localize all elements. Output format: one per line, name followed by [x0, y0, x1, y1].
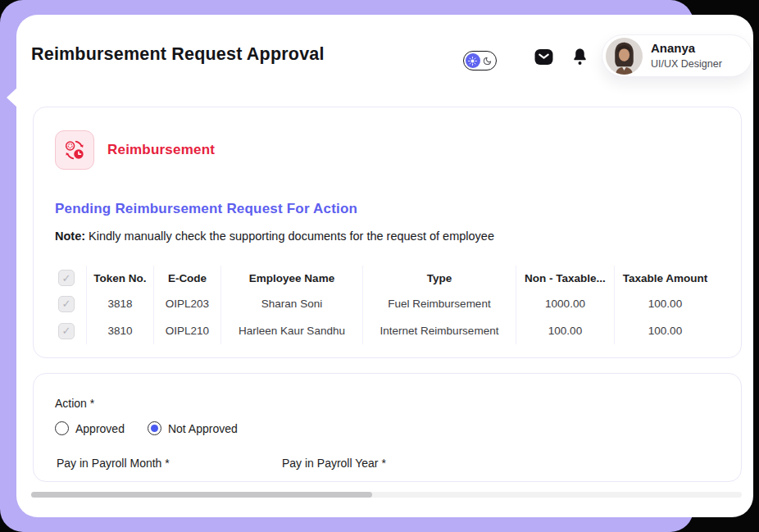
header-checkbox-cell: ✓	[47, 266, 86, 290]
row-checkbox-cell: ✓	[47, 290, 86, 317]
horizontal-scrollbar-thumb[interactable]	[31, 492, 372, 498]
table-body: ✓3818OIPL203Sharan SoniFuel Reimbursemen…	[47, 290, 716, 344]
column-header-token: Token No.	[86, 266, 153, 290]
reimbursement-icon	[55, 130, 94, 170]
module-label: Reimbursement	[107, 142, 215, 158]
main-panel: Reimbursement Request Approval	[16, 15, 753, 517]
user-role: UI/UX Designer	[651, 58, 722, 71]
radio-unselected-icon[interactable]	[55, 421, 69, 435]
user-avatar	[606, 38, 643, 75]
cell-taxable: 100.00	[614, 290, 716, 317]
row-checkbox[interactable]: ✓	[58, 296, 75, 312]
payroll-year-label: Pay in Payroll Year *	[282, 457, 386, 470]
radio-option-label: Not Approved	[168, 422, 238, 435]
table-row[interactable]: ✓3818OIPL203Sharan SoniFuel Reimbursemen…	[47, 290, 716, 317]
radio-option[interactable]: Approved	[55, 421, 125, 435]
cell-ecode: OIPL210	[153, 317, 220, 344]
radio-option-label: Approved	[75, 422, 125, 435]
note-body: Kindly manually check the supporting doc…	[89, 230, 494, 243]
bell-icon[interactable]	[571, 48, 589, 66]
payroll-month-label: Pay in Payroll Month *	[57, 457, 170, 470]
cell-type: Internet Reimbursement	[362, 317, 516, 344]
note-label: Note:	[55, 230, 85, 243]
row-checkbox[interactable]: ✓	[58, 323, 75, 339]
cell-name: Sharan Soni	[220, 290, 362, 317]
sun-icon[interactable]	[466, 53, 480, 68]
section-title: Pending Reimbursement Request For Action	[55, 201, 720, 217]
cell-name: Harleen Kaur Sandhu	[220, 317, 362, 344]
column-header-type: Type	[362, 266, 516, 290]
action-options: ApprovedNot Approved	[55, 421, 741, 435]
moon-icon[interactable]	[482, 57, 493, 66]
column-header-ecode: E-Code	[153, 266, 220, 290]
select-all-checkbox[interactable]: ✓	[58, 270, 75, 286]
action-label: Action *	[55, 397, 741, 410]
panel-tail	[7, 87, 18, 108]
horizontal-scrollbar-track[interactable]	[31, 492, 742, 498]
cell-token: 3818	[86, 290, 153, 317]
cell-type: Fuel Reimbursement	[362, 290, 516, 317]
action-card: Action * ApprovedNot Approved Pay in Pay…	[33, 373, 742, 482]
page-title: Reimbursement Request Approval	[31, 44, 325, 65]
radio-option[interactable]: Not Approved	[148, 421, 238, 435]
user-profile-button[interactable]: Ananya UI/UX Designer	[602, 34, 752, 77]
mail-icon[interactable]	[534, 48, 553, 66]
cell-non_taxable: 100.00	[516, 317, 614, 344]
column-header-nontax: Non - Taxable...	[516, 266, 614, 290]
row-checkbox-cell: ✓	[47, 317, 86, 344]
cell-ecode: OIPL203	[153, 290, 220, 317]
table-header-row: ✓ Token No. E-Code Employee Name Type No…	[47, 266, 716, 290]
column-header-taxable: Taxable Amount	[614, 266, 716, 290]
cell-token: 3810	[86, 317, 153, 344]
reimbursement-table: ✓ Token No. E-Code Employee Name Type No…	[47, 266, 716, 344]
cell-taxable: 100.00	[614, 317, 716, 344]
reimbursement-card: Reimbursement Pending Reimbursement Requ…	[33, 107, 742, 358]
radio-selected-icon[interactable]	[148, 421, 161, 435]
note-text: Note: Kindly manually check the supporti…	[55, 230, 720, 243]
user-name: Ananya	[651, 41, 722, 57]
column-header-name: Employee Name	[220, 266, 362, 290]
table-row[interactable]: ✓3810OIPL210Harleen Kaur SandhuInternet …	[47, 317, 716, 344]
theme-toggle[interactable]	[463, 51, 497, 70]
cell-non_taxable: 1000.00	[516, 290, 614, 317]
